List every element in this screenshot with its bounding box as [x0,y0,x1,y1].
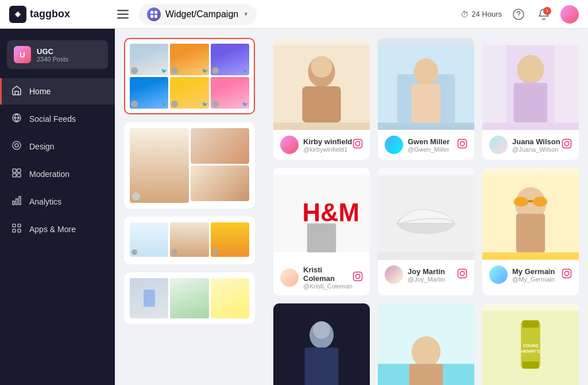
feed-card-6[interactable]: My Germain @My_Germain [482,168,579,295]
home-icon [11,85,22,98]
svg-rect-24 [18,229,21,232]
feed-card-4-image: H&M [273,168,370,260]
feed-card-5[interactable]: Joy Martin @Joy_Martin [378,168,474,295]
sidebar-item-social-feeds[interactable]: Social Feeds [0,106,115,132]
feed-card-8[interactable] [378,303,474,385]
hamburger-button[interactable] [114,5,132,24]
widget-campaign-selector[interactable]: Widget/Campaign ▼ [139,4,257,25]
svg-rect-5 [154,11,157,14]
svg-rect-3 [117,17,129,19]
feed-card-5-user: Joy Martin @Joy_Martin [385,265,445,284]
widget-card-4[interactable] [124,272,255,324]
avatar-image [560,5,579,24]
feed-card-5-avatar [385,265,403,284]
sidebar-item-home[interactable]: Home [0,78,115,105]
feed-card-2-userinfo: Gwen Miller @Gwen_Miller [408,137,450,153]
svg-rect-20 [19,197,21,205]
feed-card-9[interactable]: YOUNG HENRY'S [482,303,579,385]
help-button[interactable] [510,6,527,23]
feed-card-4-handle: @Kristi_Coleman [303,283,353,290]
sidebar-item-moderation[interactable]: Moderation [0,161,115,187]
feed-card-1[interactable]: Kirby winfield @kirbywinfield1 [273,38,370,160]
feed-card-6-avatar [489,265,508,284]
svg-point-72 [412,336,440,367]
topbar-right: ⏱ 24 Hours 1 [461,5,579,24]
design-label: Design [29,142,55,151]
sidebar-item-analytics[interactable]: Analytics [0,188,115,215]
moderation-icon [11,168,22,180]
notification-badge: 1 [543,7,551,15]
svg-point-56 [464,271,465,272]
svg-point-9 [518,17,519,18]
sidebar-item-apps-more[interactable]: Apps & More [0,216,115,242]
user-avatar[interactable] [560,5,579,24]
svg-point-0 [16,13,19,16]
svg-rect-7 [154,15,157,18]
svg-point-12 [13,141,21,149]
feed-grid: Kirby winfield @kirbywinfield1 [273,38,579,385]
feed-card-6-handle: @My_Germain [512,276,555,283]
feed-card-2-footer: Gwen Miller @Gwen_Miller [378,130,474,160]
svg-rect-62 [516,214,545,252]
feed-card-5-image [378,168,474,260]
svg-text:HENRY'S: HENRY'S [521,349,540,354]
sidebar: U UGC 2340 Posts Home [0,29,115,385]
clock-icon: ⏱ [461,10,469,19]
feed-card-1-handle: @kirbywinfield1 [303,146,352,153]
apps-more-label: Apps & More [29,225,76,234]
time-label: 24 Hours [471,10,502,18]
feed-card-6-user: My Germain @My_Germain [489,265,555,284]
svg-rect-36 [458,139,467,148]
svg-rect-27 [302,86,341,122]
instagram-icon-4 [353,271,363,284]
widget-card-2[interactable] [124,122,255,209]
feed-card-9-image: YOUNG HENRY'S [482,303,579,385]
svg-rect-29 [354,139,362,148]
svg-rect-14 [13,169,16,172]
time-filter[interactable]: ⏱ 24 Hours [461,10,502,19]
feed-card-6-username: My Germain [512,267,555,276]
widget-card-1[interactable]: 🐦 🐦 🐦 [124,38,255,114]
feed-card-3-image [482,38,579,130]
social-feeds-icon [11,113,22,125]
feed-card-3-avatar [489,136,508,154]
svg-rect-43 [563,139,571,148]
svg-rect-35 [412,84,440,122]
svg-rect-21 [13,224,16,227]
svg-rect-61 [528,200,533,202]
sidebar-nav: Home Social Feeds [0,78,115,242]
svg-point-65 [568,271,570,272]
widget-card-3[interactable] [124,217,255,264]
svg-rect-19 [16,199,18,205]
analytics-label: Analytics [29,197,61,206]
svg-text:H&M: H&M [302,198,359,226]
svg-point-51 [359,274,361,275]
notifications-button[interactable]: 1 [535,6,552,23]
svg-point-34 [414,58,438,85]
sidebar-profile[interactable]: U UGC 2340 Posts [7,40,108,69]
sidebar-item-design[interactable]: Design [0,133,115,160]
analytics-icon [11,195,22,208]
svg-point-37 [460,141,465,146]
feed-card-4-avatar [280,268,299,287]
instagram-icon-2 [457,138,467,152]
feed-card-4[interactable]: H&M Kristi Coleman @Kristi_Coleman [273,168,370,295]
feed-card-5-username: Joy Martin [408,267,445,276]
svg-rect-42 [514,83,548,122]
feed-card-2-avatar [385,136,403,154]
instagram-icon-6 [562,268,572,282]
feed-card-3-user: Juana Wilson @Juana_Wilson [489,136,560,154]
feed-card-7-image [273,303,370,385]
widget-avatar [147,7,161,21]
svg-rect-23 [13,229,16,232]
feed-card-7[interactable] [273,303,370,385]
feed-card-5-footer: Joy Martin @Joy_Martin [378,260,474,290]
feed-card-3-userinfo: Juana Wilson @Juana_Wilson [512,137,560,153]
svg-rect-15 [17,169,21,172]
feed-card-6-image [482,168,579,260]
svg-rect-77 [523,361,539,369]
profile-posts: 2340 Posts [37,56,68,63]
feed-card-2[interactable]: Gwen Miller @Gwen_Miller [378,38,474,160]
feed-card-3[interactable]: Juana Wilson @Juana_Wilson [482,38,579,160]
apps-more-icon [11,223,22,236]
